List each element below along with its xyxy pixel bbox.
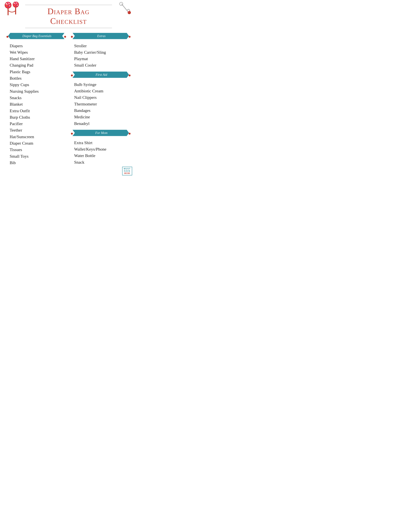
list-item: Stroller — [74, 43, 131, 49]
list-item: Small Toys — [10, 153, 66, 160]
firstaid-dot-left — [71, 75, 73, 76]
svg-point-2 — [8, 3, 10, 4]
extras-list: Stroller Baby Carrier/Sling Playmat Smal… — [71, 43, 131, 69]
extras-banner: Extras — [73, 33, 129, 39]
list-item: Wet Wipes — [10, 49, 66, 56]
list-item: Blanket — [10, 101, 66, 107]
content-columns: Diaper Bag Essentials Diapers Wet Wipes … — [6, 33, 131, 169]
list-item: Diaper Cream — [10, 140, 66, 147]
page-header: Diaper Bag Checklist — [6, 5, 131, 28]
svg-point-15 — [15, 4, 16, 4]
firstaid-list: Bulb Syringe Antibiotic Cream Nail Clipp… — [71, 81, 131, 127]
list-item: Medicine — [74, 114, 131, 120]
formom-banner-wrapper: For Mom — [71, 130, 131, 138]
list-item: Hat/Sunscreen — [10, 134, 66, 140]
list-item: Baby Carrier/Sling — [74, 49, 131, 56]
list-item: Plastic Bags — [10, 69, 66, 75]
list-item: Hand Sanitizer — [10, 56, 66, 62]
list-item: Nursing Supplies — [10, 88, 66, 95]
essentials-banner: Diaper Bag Essentials — [8, 33, 65, 39]
watermark-line1: Must — [124, 168, 131, 170]
list-item: Small Cooler — [74, 62, 131, 68]
list-item: Bottles — [10, 75, 66, 82]
page-title: Diaper Bag Checklist — [6, 7, 131, 26]
list-item: Bib — [10, 160, 66, 166]
watermark-line3: Mom — [124, 172, 131, 174]
essentials-dot-right — [64, 36, 66, 38]
list-item: Snack — [74, 159, 131, 166]
right-column: Extras Stroller Baby Carrier/Sling Playm… — [71, 33, 131, 169]
list-item: Snacks — [10, 95, 66, 101]
formom-dot-left — [71, 133, 73, 135]
list-item: Wallet/Keys/Phone — [74, 146, 131, 152]
firstaid-dot-right — [129, 75, 131, 76]
essentials-list: Diapers Wet Wipes Hand Sanitizer Changin… — [6, 43, 66, 166]
list-item: Antibiotic Cream — [74, 88, 131, 94]
list-item: Burp Cloths — [10, 114, 66, 121]
list-item: Benadryl — [74, 120, 131, 127]
list-item: Extra Shirt — [74, 140, 131, 146]
firstaid-banner: First Aid — [73, 72, 129, 78]
list-item: Nail Clippers — [74, 94, 131, 101]
svg-point-11 — [16, 3, 17, 4]
left-column: Diaper Bag Essentials Diapers Wet Wipes … — [6, 33, 66, 169]
svg-point-1 — [6, 3, 7, 5]
extras-dot-left — [71, 36, 73, 38]
list-item: Sippy Cups — [10, 82, 66, 88]
list-item: Diapers — [10, 43, 66, 49]
page: Diaper Bag Checklist Diaper Bag Essentia… — [0, 0, 137, 179]
extras-dot-right — [129, 36, 131, 38]
list-item: Extra Outfit — [10, 108, 66, 114]
firstaid-banner-wrapper: First Aid — [71, 72, 131, 79]
watermark: Must Have Mom — [122, 167, 132, 175]
extras-banner-wrapper: Extras — [71, 33, 131, 41]
formom-dot-right — [129, 133, 131, 135]
essentials-banner-wrapper: Diaper Bag Essentials — [6, 33, 66, 41]
list-item: Playmat — [74, 56, 131, 62]
svg-point-10 — [14, 3, 15, 4]
essentials-dot-left — [6, 36, 8, 38]
watermark-line2: Have — [124, 170, 131, 172]
formom-list: Extra Shirt Wallet/Keys/Phone Water Bott… — [71, 140, 131, 166]
list-item: Changing Pad — [10, 62, 66, 68]
formom-banner: For Mom — [73, 130, 129, 136]
list-item: Bandages — [74, 107, 131, 114]
list-item: Thermometer — [74, 101, 131, 107]
list-item: Bulb Syringe — [74, 81, 131, 88]
list-item: Water Bottle — [74, 152, 131, 159]
list-item: Tissues — [10, 147, 66, 153]
list-item: Teether — [10, 127, 66, 133]
list-item: Pacifier — [10, 121, 66, 127]
